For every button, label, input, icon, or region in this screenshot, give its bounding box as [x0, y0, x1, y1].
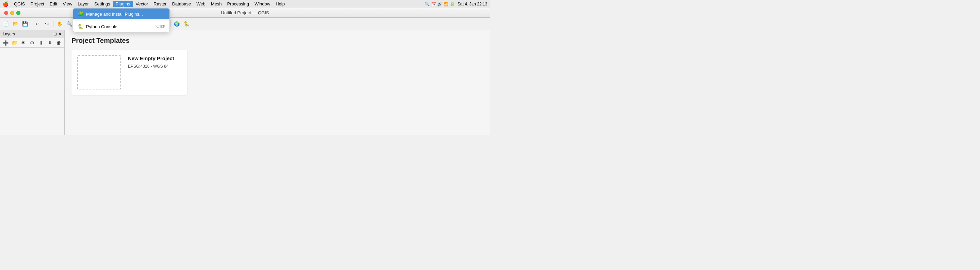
menubar-item-vector[interactable]: Vector	[133, 1, 151, 7]
dropdown-item-python-console[interactable]: 🐍 Python Console ⌥⌘P	[73, 21, 169, 32]
layers-panel: Layers ⊡ ✕ ➕ 📁 👁 ⚙ ⬆ ⬇ 🗑	[0, 30, 65, 135]
layers-visible-btn[interactable]: 👁	[19, 38, 27, 47]
layers-close-icon[interactable]: ✕	[58, 32, 62, 37]
layers-float-icon[interactable]: ⊡	[53, 32, 57, 37]
manage-plugins-icon: 🧩	[77, 11, 83, 17]
main-content: Project Templates New Empty Project EPSG…	[65, 30, 490, 135]
page-title: Project Templates	[72, 37, 483, 44]
toolbar-undo-btn[interactable]: ↩	[33, 19, 42, 28]
menubar-item-database[interactable]: Database	[169, 1, 194, 7]
menubar-item-window[interactable]: Window	[252, 1, 273, 7]
dropdown-item-manage-plugins[interactable]: 🧩 Manage and Install Plugins...	[73, 8, 169, 19]
toolbar-pan-btn[interactable]: ✋	[55, 19, 64, 28]
layers-up-btn[interactable]: ⬆	[37, 38, 45, 47]
close-button[interactable]	[4, 11, 8, 15]
menubar: 🍎 QGIS Project Edit View Layer Settings …	[0, 0, 490, 8]
layers-filter-btn[interactable]: ⚙	[28, 38, 36, 47]
window-title: Untitled Project — QGIS	[221, 10, 269, 15]
menubar-item-processing[interactable]: Processing	[224, 1, 252, 7]
menubar-item-web[interactable]: Web	[194, 1, 208, 7]
apple-menu-icon[interactable]: 🍎	[3, 2, 8, 7]
menubar-item-edit[interactable]: Edit	[47, 1, 60, 7]
menubar-item-view[interactable]: View	[60, 1, 75, 7]
python-console-icon: 🐍	[77, 24, 83, 30]
manage-plugins-label: Manage and Install Plugins...	[86, 11, 143, 17]
menubar-item-help[interactable]: Help	[273, 1, 288, 7]
layers-title: Layers	[3, 32, 15, 37]
menubar-item-settings[interactable]: Settings	[92, 1, 113, 7]
traffic-lights	[4, 11, 21, 15]
toolbar-open-btn[interactable]: 📂	[11, 19, 20, 28]
toolbar-redo-btn[interactable]: ↪	[43, 19, 51, 28]
menubar-item-qgis[interactable]: QGIS	[11, 1, 28, 7]
toolbar-sep-1	[31, 21, 31, 27]
python-console-shortcut: ⌥⌘P	[155, 24, 165, 29]
layers-add-btn[interactable]: ➕	[2, 38, 10, 47]
template-info: New Empty Project EPSG:4326 - WGS 84	[128, 56, 182, 69]
minimize-button[interactable]	[10, 11, 14, 15]
toolbar-new-btn[interactable]: 📄	[2, 19, 10, 28]
toolbar-zoom-in-btn[interactable]: 🔍	[65, 19, 73, 28]
menubar-item-layer[interactable]: Layer	[75, 1, 92, 7]
toolbar-python-btn[interactable]: 🐍	[182, 19, 191, 28]
template-card[interactable]: New Empty Project EPSG:4326 - WGS 84	[72, 50, 187, 95]
toolbar-globe-btn[interactable]: 🌍	[172, 19, 181, 28]
menubar-time: Sat 4. Jan 22:13	[458, 2, 487, 6]
maximize-button[interactable]	[16, 11, 21, 15]
menubar-item-project[interactable]: Project	[28, 1, 47, 7]
layers-down-btn[interactable]: ⬇	[46, 38, 54, 47]
template-thumbnail	[77, 56, 121, 89]
template-crs: EPSG:4326 - WGS 84	[128, 64, 182, 69]
menubar-item-plugins[interactable]: Plugins	[113, 1, 133, 7]
python-console-label: Python Console	[86, 24, 118, 29]
dropdown-separator	[73, 20, 169, 21]
toolbar-sep-6	[170, 21, 170, 27]
plugins-dropdown: 🧩 Manage and Install Plugins... 🐍 Python…	[73, 8, 170, 32]
toolbar-save-btn[interactable]: 💾	[21, 19, 29, 28]
layers-header: Layers ⊡ ✕	[0, 30, 64, 38]
template-name: New Empty Project	[128, 56, 182, 61]
menubar-icons: 🔍 📅 🔊 📶 🔋	[425, 2, 455, 6]
menubar-item-raster[interactable]: Raster	[151, 1, 169, 7]
layers-group-btn[interactable]: 📁	[10, 38, 18, 47]
layers-toolbar: ➕ 📁 👁 ⚙ ⬆ ⬇ 🗑	[0, 38, 64, 48]
menubar-right: 🔍 📅 🔊 📶 🔋 Sat 4. Jan 22:13	[425, 2, 487, 6]
menubar-item-mesh[interactable]: Mesh	[208, 1, 224, 7]
layers-header-icons: ⊡ ✕	[53, 32, 62, 37]
layers-remove-btn[interactable]: 🗑	[55, 38, 63, 47]
